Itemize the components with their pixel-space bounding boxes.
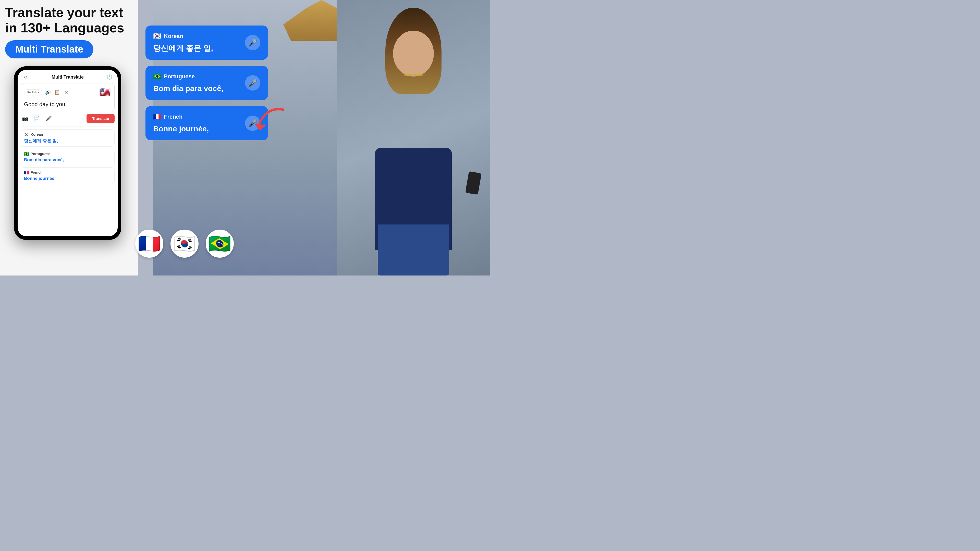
- phone-screen: ⚙ Multi Translate 🕐 English ▾ 🔊 📋 ✕ 🇺🇸 G…: [18, 70, 118, 236]
- phone-app-title: Multi Translate: [52, 75, 84, 80]
- french-card-text: Bonne journée,: [153, 124, 209, 134]
- headline-area: Translate your text in 130+ Languages Mu…: [5, 5, 124, 59]
- translation-card-korean: 🇰🇷 Korean 당신에게 좋은 일, 🎤: [145, 25, 268, 60]
- korean-card-lang: Korean: [164, 33, 183, 40]
- copy-icon[interactable]: 📋: [54, 89, 61, 96]
- red-arrow: [255, 105, 286, 130]
- korean-flag-small: 🇰🇷: [24, 132, 29, 137]
- selected-language: English: [27, 91, 37, 94]
- headline-line1: Translate your text: [5, 5, 123, 20]
- sound-icon[interactable]: 🔊: [45, 89, 52, 96]
- phone-body: English ▾ 🔊 📋 ✕ 🇺🇸 Good day to you, 📷 📄 …: [18, 83, 118, 236]
- translation-card-french: 🇫🇷 French Bonne journée, 🎤: [145, 106, 268, 140]
- portuguese-flag-circle[interactable]: 🇧🇷: [206, 230, 234, 258]
- mic-icon-portuguese: 🎤: [248, 79, 257, 87]
- headline-text: Translate your text in 130+ Languages: [5, 5, 124, 36]
- person-jeans: [378, 224, 449, 275]
- trans-card-left-portuguese: 🇧🇷 Portuguese Bom dia para você,: [153, 73, 223, 94]
- french-lang-name: French: [30, 170, 43, 175]
- korean-flag-circle[interactable]: 🇰🇷: [170, 230, 199, 258]
- camera-icon[interactable]: 📷: [21, 114, 29, 123]
- korean-mic-button[interactable]: 🎤: [245, 35, 260, 50]
- us-flag: 🇺🇸: [99, 86, 111, 99]
- person-silhouette: [337, 0, 490, 275]
- korean-lang-name: Korean: [30, 132, 43, 137]
- french-result-text: Bonne journée,: [24, 176, 111, 181]
- portuguese-result-text: Bom dia para você,: [24, 157, 111, 162]
- result-card-portuguese[interactable]: 🇧🇷 Portuguese Bom dia para você,: [21, 149, 115, 165]
- translation-cards-panel: 🇰🇷 Korean 당신에게 좋은 일, 🎤 🇧🇷 Portuguese Bom…: [145, 25, 268, 140]
- action-row: 📷 📄 🎤 Translate: [21, 113, 115, 124]
- translation-card-portuguese: 🇧🇷 Portuguese Bom dia para você, 🎤: [145, 66, 268, 100]
- korean-card-text: 당신에게 좋은 일,: [153, 43, 213, 53]
- portuguese-card-flag: 🇧🇷: [153, 73, 161, 80]
- portuguese-card-text: Bom dia para você,: [153, 83, 223, 94]
- headline-line2: in 130+ Languages: [5, 21, 124, 35]
- result-lang-row-portuguese: 🇧🇷 Portuguese: [24, 151, 111, 156]
- dropdown-arrow: ▾: [38, 91, 39, 94]
- portuguese-flag-small: 🇧🇷: [24, 151, 29, 156]
- french-card-flag: 🇫🇷: [153, 113, 161, 121]
- trans-card-left-korean: 🇰🇷 Korean 당신에게 좋은 일,: [153, 32, 213, 53]
- trans-card-lang-row-french: 🇫🇷 French: [153, 113, 209, 121]
- flag-circles-row: 🇫🇷 🇰🇷 🇧🇷: [135, 230, 234, 258]
- portuguese-card-lang: Portuguese: [164, 73, 195, 80]
- document-icon[interactable]: 📄: [32, 114, 41, 123]
- phone-mockup: ⚙ Multi Translate 🕐 English ▾ 🔊 📋 ✕ 🇺🇸 G…: [14, 66, 121, 240]
- lang-row: English ▾ 🔊 📋 ✕ 🇺🇸: [24, 86, 111, 99]
- phone-header: ⚙ Multi Translate 🕐: [18, 70, 118, 83]
- person-area: [337, 0, 490, 275]
- clear-icon[interactable]: ✕: [63, 89, 70, 96]
- trans-card-lang-row-portuguese: 🇧🇷 Portuguese: [153, 73, 223, 80]
- portuguese-mic-button[interactable]: 🎤: [245, 75, 260, 91]
- result-card-french[interactable]: 🇫🇷 French Bonne journée,: [21, 167, 115, 184]
- brand-badge: Multi Translate: [5, 40, 94, 59]
- result-lang-row-korean: 🇰🇷 Korean: [24, 132, 111, 137]
- trans-card-lang-row-korean: 🇰🇷 Korean: [153, 32, 213, 40]
- input-text[interactable]: Good day to you,: [24, 101, 111, 108]
- language-selector[interactable]: English ▾: [24, 89, 42, 95]
- mic-input-icon[interactable]: 🎤: [44, 114, 53, 123]
- translate-button[interactable]: Translate: [86, 114, 115, 123]
- korean-result-text: 당신에게 좋은 일,: [24, 138, 111, 144]
- phone-in-hand: [465, 171, 482, 195]
- input-area[interactable]: English ▾ 🔊 📋 ✕ 🇺🇸 Good day to you,: [21, 83, 115, 111]
- french-flag-small: 🇫🇷: [24, 170, 29, 175]
- settings-icon[interactable]: ⚙: [22, 73, 29, 81]
- korean-card-flag: 🇰🇷: [153, 32, 161, 40]
- person-face: [393, 30, 434, 76]
- history-icon[interactable]: 🕐: [106, 73, 113, 81]
- portuguese-lang-name: Portuguese: [30, 152, 50, 156]
- result-lang-row-french: 🇫🇷 French: [24, 170, 111, 175]
- mic-icon-korean: 🎤: [248, 38, 257, 47]
- necklace: [403, 74, 424, 76]
- french-card-lang: French: [164, 114, 183, 120]
- trans-card-left-french: 🇫🇷 French Bonne journée,: [153, 113, 209, 134]
- result-card-korean[interactable]: 🇰🇷 Korean 당신에게 좋은 일,: [21, 129, 115, 147]
- french-flag-circle[interactable]: 🇫🇷: [135, 230, 163, 258]
